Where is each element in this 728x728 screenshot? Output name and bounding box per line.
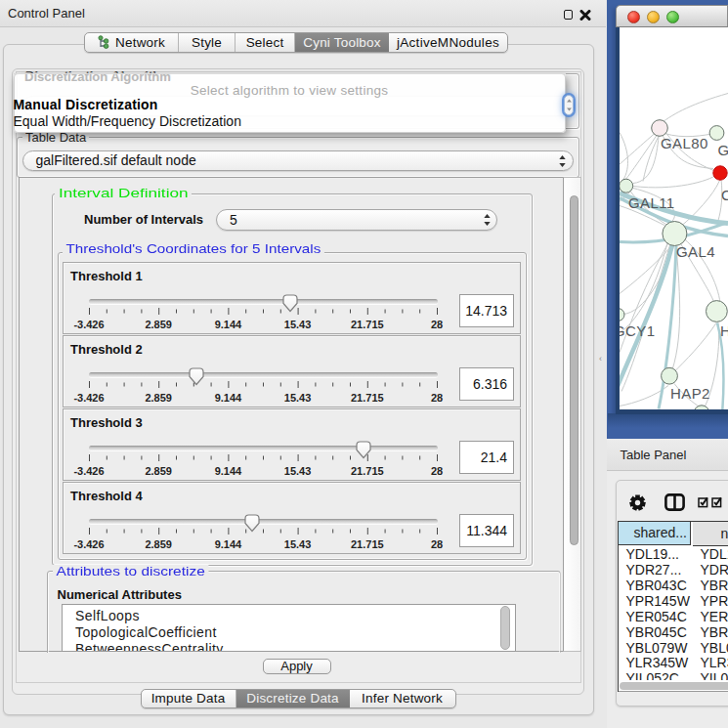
svg-text:GAL11: GAL11: [628, 193, 675, 210]
svg-text:G: G: [718, 141, 728, 157]
svg-text:C: C: [721, 186, 728, 202]
svg-text:HAP2: HAP2: [670, 384, 710, 401]
svg-text:GAL4: GAL4: [676, 242, 715, 259]
svg-text:GAL80: GAL80: [661, 134, 708, 150]
svg-text:GCY1: GCY1: [620, 321, 655, 338]
svg-text:H: H: [720, 321, 728, 338]
